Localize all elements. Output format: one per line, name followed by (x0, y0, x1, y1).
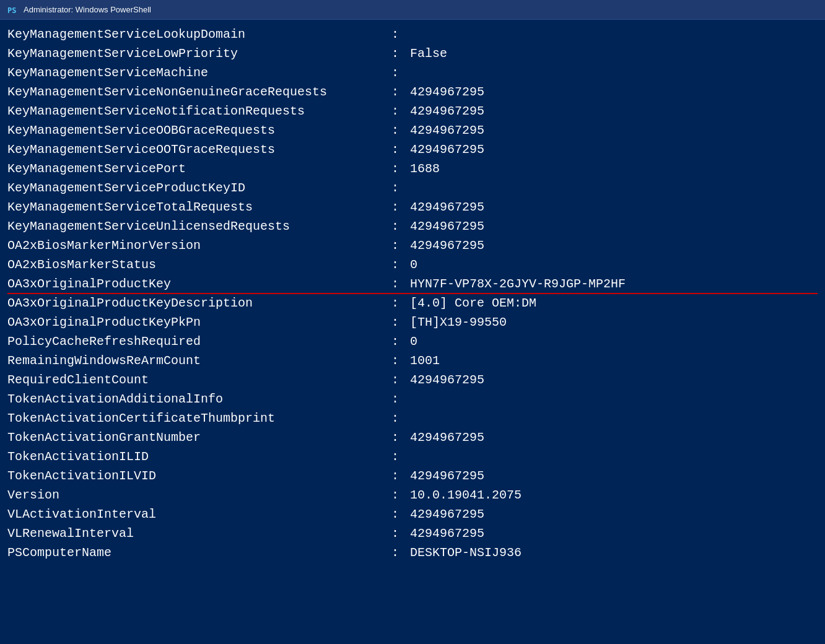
separator: : (391, 140, 410, 159)
property-name: VLRenewalInterval (7, 524, 391, 543)
table-row: Version : 10.0.19041.2075 (7, 485, 818, 505)
property-name: OA3xOriginalProductKeyDescription (7, 294, 391, 313)
property-value: 4294967295 (410, 217, 484, 236)
property-value: 4294967295 (410, 370, 484, 389)
property-name: KeyManagementServiceOOBGraceRequests (7, 121, 391, 140)
property-name: TokenActivationCertificateThumbprint (7, 409, 391, 428)
powershell-icon: PS (6, 4, 19, 16)
property-value: 4294967295 (410, 505, 484, 524)
property-value: 10.0.19041.2075 (410, 485, 522, 505)
table-row: OA3xOriginalProductKeyPkPn : [TH]X19-995… (7, 313, 818, 332)
separator: : (391, 25, 410, 44)
separator: : (391, 255, 410, 274)
table-row: OA2xBiosMarkerStatus : 0 (7, 255, 818, 274)
property-name: KeyManagementServiceLowPriority (7, 44, 391, 63)
table-row: KeyManagementServiceLookupDomain : (7, 25, 818, 44)
table-row: RequiredClientCount : 4294967295 (7, 370, 818, 389)
separator: : (391, 159, 410, 178)
property-name: KeyManagementServiceOOTGraceRequests (7, 140, 391, 159)
title-bar-text: Administrator: Windows PowerShell (24, 5, 151, 14)
property-name: OA3xOriginalProductKeyPkPn (7, 313, 391, 332)
property-value: 4294967295 (410, 198, 484, 217)
separator: : (391, 332, 410, 351)
separator: : (391, 428, 410, 447)
table-row: TokenActivationAdditionalInfo : (7, 389, 818, 409)
separator: : (391, 505, 410, 524)
separator: : (391, 351, 410, 370)
property-value: 4294967295 (410, 524, 484, 543)
table-row: VLRenewalInterval : 4294967295 (7, 524, 818, 543)
property-name: KeyManagementServicePort (7, 159, 391, 178)
property-value: 4294967295 (410, 140, 484, 159)
table-row: KeyManagementServiceNotificationRequests… (7, 102, 818, 121)
separator: : (391, 370, 410, 389)
property-name: KeyManagementServiceProductKeyID (7, 178, 391, 198)
separator: : (391, 44, 410, 63)
property-name: KeyManagementServiceUnlicensedRequests (7, 217, 391, 236)
table-row: VLActivationInterval : 4294967295 (7, 505, 818, 524)
separator: : (391, 466, 410, 485)
table-row: PSComputerName : DESKTOP-NSIJ936 (7, 543, 818, 562)
table-row: KeyManagementServiceLowPriority : False (7, 44, 818, 63)
property-name: PolicyCacheRefreshRequired (7, 332, 391, 351)
table-row: OA3xOriginalProductKey : HYN7F-VP78X-2GJ… (7, 274, 818, 294)
separator: : (391, 198, 410, 217)
property-name: KeyManagementServiceMachine (7, 63, 391, 82)
separator: : (391, 236, 410, 255)
separator: : (391, 63, 410, 82)
table-row: KeyManagementServiceNonGenuineGraceReque… (7, 82, 818, 102)
separator: : (391, 274, 410, 294)
property-value: HYN7F-VP78X-2GJYV-R9JGP-MP2HF (410, 274, 626, 294)
separator: : (391, 447, 410, 466)
separator: : (391, 294, 410, 313)
property-name: OA3xOriginalProductKey (7, 274, 391, 294)
property-name: TokenActivationILVID (7, 466, 391, 485)
property-value: 1688 (410, 159, 440, 178)
property-name: KeyManagementServiceNonGenuineGraceReque… (7, 82, 391, 102)
separator: : (391, 389, 410, 409)
table-row: TokenActivationCertificateThumbprint : (7, 409, 818, 428)
property-name: Version (7, 485, 391, 505)
property-name: TokenActivationILID (7, 447, 391, 466)
separator: : (391, 217, 410, 236)
separator: : (391, 485, 410, 505)
separator: : (391, 121, 410, 140)
table-row: TokenActivationGrantNumber : 4294967295 (7, 428, 818, 447)
property-name: OA2xBiosMarkerMinorVersion (7, 236, 391, 255)
property-name: KeyManagementServiceTotalRequests (7, 198, 391, 217)
separator: : (391, 102, 410, 121)
property-value: 4294967295 (410, 102, 484, 121)
property-name: PSComputerName (7, 543, 391, 562)
separator: : (391, 543, 410, 562)
property-value: False (410, 44, 447, 63)
console-output: KeyManagementServiceLookupDomain : KeyMa… (0, 20, 825, 567)
property-name: RequiredClientCount (7, 370, 391, 389)
table-row: TokenActivationILID : (7, 447, 818, 466)
property-value: 4294967295 (410, 466, 484, 485)
property-name: TokenActivationAdditionalInfo (7, 389, 391, 409)
table-row: KeyManagementServiceProductKeyID : (7, 178, 818, 198)
table-row: KeyManagementServiceUnlicensedRequests :… (7, 217, 818, 236)
separator: : (391, 82, 410, 102)
table-row: RemainingWindowsReArmCount : 1001 (7, 351, 818, 370)
property-value: 1001 (410, 351, 440, 370)
property-value: 4294967295 (410, 82, 484, 102)
property-value: [4.0] Core OEM:DM (410, 294, 536, 313)
property-value: 4294967295 (410, 428, 484, 447)
property-value: DESKTOP-NSIJ936 (410, 543, 522, 562)
property-name: OA2xBiosMarkerStatus (7, 255, 391, 274)
property-value: 4294967295 (410, 236, 484, 255)
title-bar: PS Administrator: Windows PowerShell (0, 0, 825, 20)
separator: : (391, 313, 410, 332)
separator: : (391, 524, 410, 543)
property-value: 4294967295 (410, 121, 484, 140)
svg-text:PS: PS (7, 6, 16, 15)
property-name: KeyManagementServiceNotificationRequests (7, 102, 391, 121)
table-row: KeyManagementServiceOOBGraceRequests : 4… (7, 121, 818, 140)
separator: : (391, 178, 410, 198)
property-value: 0 (410, 332, 417, 351)
property-name: TokenActivationGrantNumber (7, 428, 391, 447)
table-row: PolicyCacheRefreshRequired : 0 (7, 332, 818, 351)
table-row: OA2xBiosMarkerMinorVersion : 4294967295 (7, 236, 818, 255)
table-row: TokenActivationILVID : 4294967295 (7, 466, 818, 485)
